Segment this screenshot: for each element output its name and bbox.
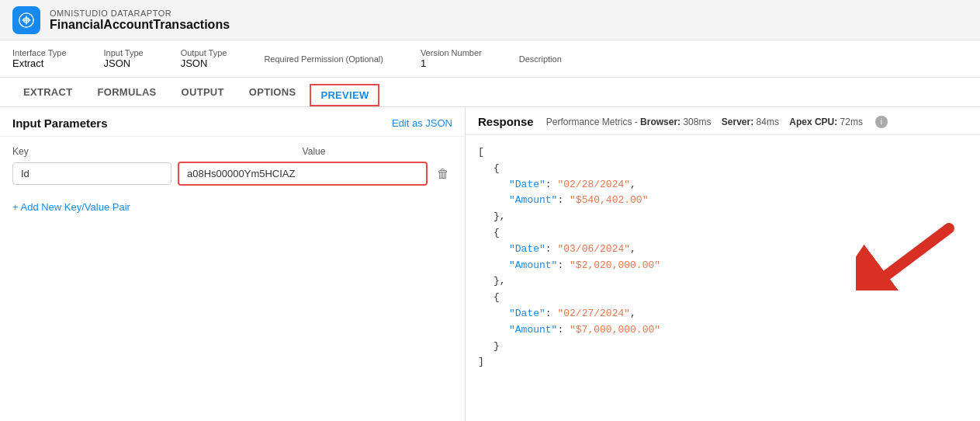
json-line: "Amount": "$7,000,000.00": [478, 322, 968, 339]
json-line: [: [478, 144, 968, 161]
json-line: },: [478, 209, 968, 225]
apex-label: Apex CPU:: [789, 117, 837, 127]
input-type-label: Input Type: [104, 48, 144, 57]
description-label: Description: [519, 54, 562, 64]
json-line: "Date": "03/06/2024",: [478, 242, 968, 258]
value-col-header: Value: [175, 146, 452, 157]
param-key-input[interactable]: [12, 162, 171, 185]
param-row: 🗑: [12, 162, 452, 186]
browser-label: Browser:: [640, 117, 680, 127]
required-permission-meta: Required Permission (Optional): [264, 54, 383, 64]
browser-value: 308ms: [683, 117, 711, 127]
interface-type-label: Interface Type: [12, 48, 67, 57]
right-panel: Response Performance Metrics - Browser: …: [466, 107, 980, 421]
required-permission-label: Required Permission (Optional): [264, 54, 383, 64]
tab-extract[interactable]: EXTRACT: [12, 80, 84, 106]
json-line: {: [478, 225, 968, 242]
right-panel-header: Response Performance Metrics - Browser: …: [466, 107, 980, 135]
metrics-label: Performance Metrics -: [546, 117, 638, 127]
output-type-label: Output Type: [181, 48, 227, 57]
params-table: Key Value 🗑 + Add New Key/Value Pair: [0, 137, 465, 222]
interface-type-meta: Interface Type Extract: [12, 48, 67, 69]
left-panel-header: Input Parameters Edit as JSON: [0, 107, 465, 137]
output-type-value: JSON: [181, 57, 227, 69]
description-meta: Description: [519, 54, 562, 64]
tab-preview[interactable]: PREVIEW: [310, 84, 379, 106]
left-panel: Input Parameters Edit as JSON Key Value …: [0, 107, 466, 421]
key-col-header: Key: [12, 146, 175, 157]
server-value: 84ms: [757, 117, 779, 127]
add-pair-link[interactable]: + Add New Key/Value Pair: [12, 201, 130, 213]
app-logo: [12, 6, 40, 34]
json-line: },: [478, 273, 968, 290]
interface-type-value: Extract: [12, 57, 67, 69]
apex-value: 72ms: [840, 117, 863, 127]
edit-json-link[interactable]: Edit as JSON: [392, 117, 452, 129]
param-value-input[interactable]: [178, 162, 428, 186]
version-number-label: Version Number: [421, 48, 482, 57]
json-line: {: [478, 161, 968, 177]
version-number-value: 1: [421, 57, 482, 69]
main-content: Input Parameters Edit as JSON Key Value …: [0, 107, 980, 421]
meta-bar: Interface Type Extract Input Type JSON O…: [0, 40, 980, 78]
tab-options[interactable]: OPTIONS: [238, 80, 307, 106]
input-type-value: JSON: [104, 57, 144, 69]
info-icon[interactable]: i: [875, 116, 888, 128]
app-header: OMNISTUDIO DATARAPTOR FinancialAccountTr…: [0, 0, 980, 40]
tab-bar: EXTRACT FORMULAS OUTPUT OPTIONS PREVIEW: [0, 78, 980, 107]
json-line: "Date": "02/27/2024",: [478, 306, 968, 322]
app-title: FinancialAccountTransactions: [50, 18, 230, 32]
json-line: "Amount": "$540,402.00": [478, 193, 968, 209]
output-type-meta: Output Type JSON: [181, 48, 227, 69]
input-type-meta: Input Type JSON: [104, 48, 144, 69]
version-number-meta: Version Number 1: [421, 48, 482, 69]
input-parameters-title: Input Parameters: [12, 117, 108, 130]
performance-metrics: Performance Metrics - Browser: 308ms Ser…: [546, 117, 863, 127]
json-line: "Amount": "$2,020,000.00": [478, 258, 968, 274]
json-line: {: [478, 290, 968, 306]
server-label: Server:: [722, 117, 753, 127]
json-line: ]: [478, 354, 968, 371]
header-text: OMNISTUDIO DATARAPTOR FinancialAccountTr…: [50, 9, 230, 32]
brand-subtitle: OMNISTUDIO DATARAPTOR: [50, 9, 230, 18]
tab-formulas[interactable]: FORMULAS: [87, 80, 168, 106]
json-line: "Date": "02/28/2024",: [478, 177, 968, 193]
delete-row-icon[interactable]: 🗑: [434, 165, 452, 183]
add-pair-container: + Add New Key/Value Pair: [12, 192, 452, 213]
response-label: Response: [478, 115, 534, 128]
params-col-headers: Key Value: [12, 146, 452, 157]
tab-output[interactable]: OUTPUT: [171, 80, 235, 106]
json-output: [ { "Date": "02/28/2024", "Amount": "$54…: [466, 135, 980, 421]
json-line: }: [478, 339, 968, 355]
